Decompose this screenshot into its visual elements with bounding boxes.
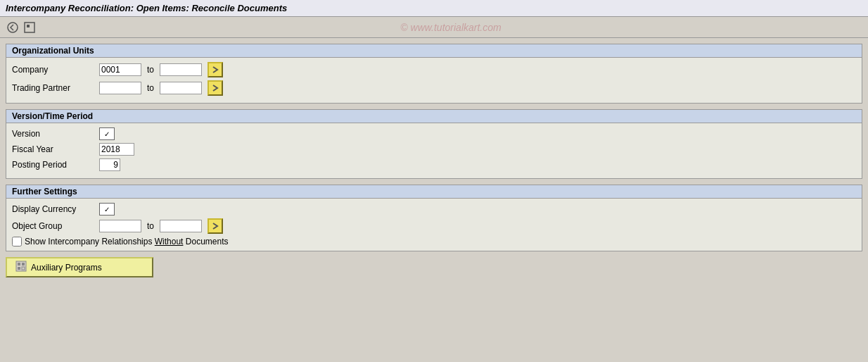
toolbar-icon-1[interactable]: [6, 20, 20, 35]
company-label: Company: [12, 65, 96, 75]
version-checkbox[interactable]: ✓: [99, 127, 115, 140]
auxiliary-programs-button[interactable]: Auxiliary Programs: [6, 257, 153, 277]
main-content: Organizational Units Company to Trading …: [0, 38, 868, 283]
toolbar-icon-2[interactable]: [23, 20, 37, 35]
posting-period-row: Posting Period: [12, 158, 856, 171]
trading-partner-input[interactable]: [99, 82, 141, 94]
trading-partner-to-label: to: [147, 83, 154, 93]
auxiliary-programs-icon: [15, 261, 27, 274]
further-settings-section: Further Settings Display Currency ✓ Obje…: [6, 185, 862, 251]
fiscal-year-row: Fiscal Year: [12, 143, 856, 156]
toolbar: © www.tutorialkart.com: [0, 17, 868, 38]
fiscal-year-label: Fiscal Year: [12, 144, 96, 154]
object-group-to-label: to: [147, 221, 154, 231]
object-group-input[interactable]: [99, 220, 141, 232]
page-title: Intercompany Reconciliation: Open Items:…: [6, 3, 287, 13]
version-row: Version ✓: [12, 127, 856, 140]
svg-point-0: [8, 23, 18, 32]
show-relationships-row: Show Intercompany Relationships Without …: [12, 237, 856, 246]
company-input[interactable]: [99, 63, 141, 76]
show-relationships-label: Show Intercompany Relationships Without …: [25, 237, 228, 246]
organizational-units-section: Organizational Units Company to Trading …: [6, 44, 862, 104]
trading-partner-to-input[interactable]: [160, 82, 202, 94]
object-group-label: Object Group: [12, 221, 96, 231]
auxiliary-programs-label: Auxiliary Programs: [31, 263, 102, 273]
display-currency-label: Display Currency: [12, 204, 96, 214]
posting-period-label: Posting Period: [12, 160, 96, 170]
company-to-input[interactable]: [160, 63, 202, 76]
company-arrow-button[interactable]: [208, 62, 223, 77]
version-label: Version: [12, 129, 96, 139]
object-group-to-input[interactable]: [160, 220, 202, 232]
display-currency-checkbox[interactable]: ✓: [99, 203, 115, 216]
svg-rect-4: [18, 263, 20, 266]
svg-rect-5: [22, 263, 25, 266]
version-time-period-section: Version/Time Period Version ✓ Fiscal Yea…: [6, 109, 862, 179]
watermark: © www.tutorialkart.com: [39, 22, 862, 33]
organizational-units-header: Organizational Units: [6, 44, 862, 58]
version-time-period-header: Version/Time Period: [6, 110, 862, 123]
svg-rect-6: [18, 267, 20, 270]
title-bar: Intercompany Reconciliation: Open Items:…: [0, 0, 868, 17]
trading-partner-label: Trading Partner: [12, 83, 96, 93]
company-to-label: to: [147, 65, 154, 75]
trading-partner-arrow-button[interactable]: [208, 80, 223, 96]
object-group-row: Object Group to: [12, 218, 856, 234]
company-row: Company to: [12, 62, 856, 77]
fiscal-year-input[interactable]: [99, 143, 134, 156]
object-group-arrow-button[interactable]: [208, 218, 223, 234]
trading-partner-row: Trading Partner to: [12, 80, 856, 96]
svg-rect-2: [27, 25, 30, 27]
show-relationships-checkbox[interactable]: [12, 237, 22, 246]
without-text: Without: [155, 237, 184, 246]
further-settings-header: Further Settings: [6, 185, 862, 199]
display-currency-row: Display Currency ✓: [12, 203, 856, 216]
posting-period-input[interactable]: [99, 158, 120, 171]
